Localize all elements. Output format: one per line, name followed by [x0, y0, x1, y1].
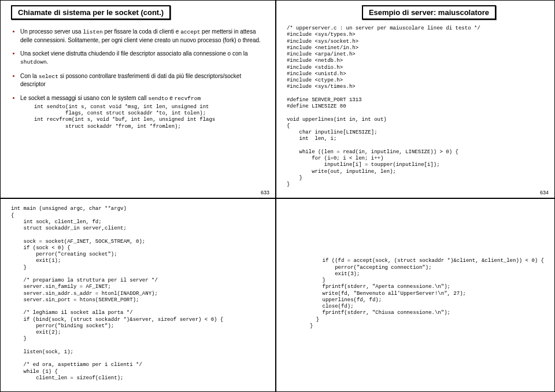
code-inline: sendto — [148, 95, 168, 102]
text: per fissare la coda di clienti e — [103, 28, 181, 35]
text: . — [47, 58, 49, 65]
text: Un processo server usa — [20, 28, 83, 35]
bullet-list: Un processo server usa listen per fissar… — [20, 28, 265, 130]
text: Con la — [20, 73, 39, 79]
text: Una socket viene distrutta chiudendo il … — [20, 50, 248, 57]
bullet-item: Un processo server usa listen per fissar… — [20, 28, 265, 44]
code-inline: select — [39, 73, 58, 80]
code-block: int main (unsigned argc, char **argv) { … — [11, 206, 265, 382]
page-number: 634 — [540, 190, 549, 195]
slide-title: Chiamate di sistema per le socket (cont.… — [11, 5, 171, 20]
bullet-item: Una socket viene distrutta chiudendo il … — [20, 50, 265, 66]
slide-grid: Chiamate di sistema per le socket (cont.… — [0, 0, 555, 392]
bullet-item: Con la select si possono controllare tra… — [20, 72, 265, 88]
slide-title: Esempio di server: maiuscolatore — [362, 5, 496, 20]
code-inline: recvfrom — [175, 95, 201, 102]
slide-634: Esempio di server: maiuscolatore /* uppe… — [276, 0, 555, 198]
code-block: if ((fd = accept(sock, (struct sockaddr … — [310, 258, 544, 330]
code-block: /* upperserver.c : un server per maiusco… — [287, 25, 544, 188]
code-inline: shutdown — [20, 59, 47, 65]
slide-633: Chiamate di sistema per le socket (cont.… — [0, 0, 276, 198]
slide-635: int main (unsigned argc, char **argv) { … — [0, 198, 276, 392]
slide-636: if ((fd = accept(sock, (struct sockaddr … — [276, 198, 555, 392]
code-inline: listen — [83, 29, 102, 35]
text: e — [168, 95, 174, 101]
code-block: int sendto(int s, const void *msg, int l… — [34, 104, 265, 130]
bullet-item: Le socket a messaggi si usano con le sys… — [20, 94, 265, 130]
page-number: 633 — [261, 190, 269, 195]
text: Le socket a messaggi si usano con le sys… — [20, 95, 148, 101]
code-inline: accept — [180, 29, 200, 35]
